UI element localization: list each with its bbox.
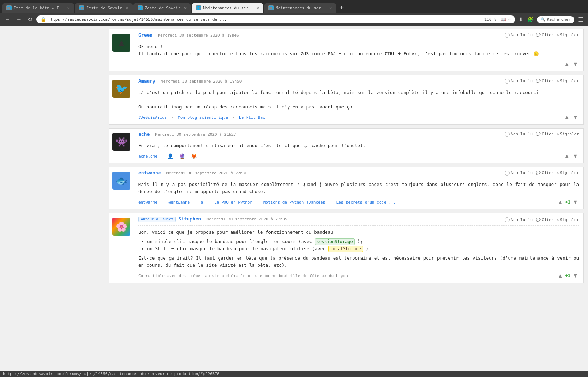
tab-5-favicon: 🌐 [268,5,274,10]
zoom-level: 110 % [482,17,498,22]
link-at-entwanne[interactable]: @entwanne [169,200,190,205]
non-lu-separator-5: lu [528,218,533,222]
post-entwanne-author[interactable]: entwanne [138,170,161,176]
tab-2-close[interactable]: ✕ [125,5,128,10]
tab-1[interactable]: 🌐 État de la bêta • Forum • Ze... ✕ [2,3,74,13]
link-entwanne[interactable]: entwanne [138,200,157,205]
post-green-author[interactable]: Green [138,32,152,38]
post-entwanne-body: entwanne Mercredi 30 septembre 2020 à 22… [134,167,583,209]
browser-chrome: 🌐 État de la bêta • Forum • Ze... ✕ 🌐 Ze… [0,0,588,26]
non-lu-separator-3: lu [528,132,533,136]
reader-icon[interactable]: 📖 [501,17,506,22]
post-green: ♟ Green Mercredi 30 septembre 2020 à 19h… [109,29,584,71]
post-situphen: 🌸 Auteur du sujet Situphen Mercredi 30 s… [109,213,584,283]
back-button[interactable]: ← [3,15,12,23]
new-tab-button[interactable]: + [337,2,346,13]
post-green-signaler[interactable]: ⚠ Signaler [556,33,579,37]
post-ache-votes: ▲ ▼ [563,152,579,160]
reload-button[interactable]: ↻ [26,15,34,24]
post-entwanne-signaler[interactable]: ⚠ Signaler [556,171,579,175]
nav-actions: ⬇ 🧩 [517,16,535,23]
post-amaury-upvote[interactable]: ▲ [563,113,570,121]
link-acheone[interactable]: ache.one [138,154,157,159]
forward-button[interactable]: → [14,15,24,23]
tab-4-close[interactable]: ✕ [257,5,259,10]
link-blog[interactable]: Mon blog scientifique [178,115,228,120]
extensions-button[interactable]: 🧩 [526,16,535,23]
post-amaury-header: Amaury Mercredi 30 septembre 2020 à 19h5… [138,78,579,86]
downloads-button[interactable]: ⬇ [517,16,524,23]
main-content: ♟ Green Mercredi 30 septembre 2020 à 19h… [0,26,588,374]
post-ache-cite[interactable]: 💬 Citer [536,132,553,136]
situphen-para1: Bon, voici ce que je propose pour amélio… [138,229,339,235]
post-ache-signaler[interactable]: ⚠ Signaler [556,132,579,136]
post-entwanne-actions: Non lu lu 💬 Citer ⚠ Signaler [505,171,579,176]
link-a[interactable]: a [201,200,203,205]
post-amaury-author[interactable]: Amaury [138,78,155,84]
post-amaury-signaler[interactable]: ⚠ Signaler [556,79,579,83]
post-situphen-author-line: Auteur du sujet Situphen Mercredi 30 sep… [138,216,288,223]
post-situphen-cite[interactable]: 💬 Citer [536,218,553,222]
post-situphen-upvote[interactable]: ▲ [557,272,564,280]
lock-icon: 🔒 [41,17,46,22]
forum-area: ♟ Green Mercredi 30 septembre 2020 à 19h… [104,26,588,374]
post-ache: 👾 ache Mercredi 30 septembre 2020 à 21h2… [109,128,584,163]
post-situphen-header: Auteur du sujet Situphen Mercredi 30 sep… [138,216,579,226]
post-ache-author[interactable]: ache [138,131,150,137]
tab-3[interactable]: 🌐 Zeste de Savoir ✕ [133,3,191,13]
post-green-downvote[interactable]: ▼ [572,60,579,68]
post-entwanne-cite[interactable]: 💬 Citer [536,171,553,175]
dash-4: — [257,200,259,205]
tab-5-close[interactable]: ✕ [329,5,332,10]
link-ptitbac[interactable]: Le Ptit Bac [239,115,265,120]
tab-3-close[interactable]: ✕ [184,5,187,10]
non-lu-circle [505,33,510,38]
post-entwanne-votes: ▲ +1 ▼ [557,198,579,206]
post-entwanne-downvote[interactable]: ▼ [572,198,579,206]
post-ache-downvote[interactable]: ▼ [572,152,579,160]
post-situphen-author[interactable]: Situphen [179,216,201,222]
tab-4[interactable]: 🌐 Maintenances du serveur d... ✕ [192,3,263,13]
post-situphen-signaler[interactable]: ⚠ Signaler [556,218,579,222]
url-bar[interactable]: 🔒 https://zestedesavoir.com/forums/sujet… [36,15,515,23]
post-situphen-links: Corruptible avec des crêpes au sirop d'é… [138,274,348,278]
link-notions-python[interactable]: Notions de Python avancées [263,200,325,205]
tab-5[interactable]: 🌐 Maintenances du serveur d... ✕ [264,3,336,13]
tab-1-close[interactable]: ✕ [67,5,70,10]
bookmark-icon[interactable]: ☆ [508,17,511,22]
post-situphen-avatar-area: 🌸 [109,213,134,283]
post-entwanne-upvote[interactable]: ▲ [557,198,564,206]
post-ache-actions: Non lu lu 💬 Citer ⚠ Signaler [505,132,579,137]
post-situphen-downvote[interactable]: ▼ [572,272,579,280]
menu-button[interactable]: ☰ [576,15,585,24]
non-lu-circle-5 [505,217,510,222]
status-bar: https://zestedesavoir.com/forums/sujet/1… [0,371,588,374]
post-amaury-body: Amaury Mercredi 30 septembre 2020 à 19h5… [134,75,583,124]
code-sessionstorage: sessionStorage [315,238,355,245]
post-green-cite[interactable]: 💬 Citer [536,33,553,37]
tab-3-favicon: 🌐 [138,5,143,10]
post-ache-upvote[interactable]: ▲ [563,152,570,160]
post-situphen-actions: Non lu lu 💬 Citer ⚠ Signaler [505,217,579,222]
post-green-header: Green Mercredi 30 septembre 2020 à 19h46… [138,32,579,40]
link-jesuisarius[interactable]: #JeSuisArius [138,115,167,120]
avatar-ache: 👾 [112,133,130,151]
non-lu-circle-3 [505,132,510,137]
dot-separator-2: · [232,115,235,120]
tab-3-label: Zeste de Savoir [145,6,180,10]
dash-3: — [207,200,210,205]
link-secrets-code[interactable]: Les secrets d'un code ... [336,200,396,205]
avatar-entwanne: 🐟 [112,172,130,190]
link-poo-python[interactable]: La POO en Python [214,200,252,205]
avatar-green: ♟ [112,34,130,52]
post-ache-date: Mercredi 30 septembre 2020 à 21h27 [155,132,236,137]
post-amaury-cite[interactable]: 💬 Citer [536,79,553,83]
tab-2[interactable]: 🌐 Zeste de Savoir ✕ [75,3,133,13]
signaler-icon-5: ⚠ [556,218,559,222]
avatar-amaury: 🐦 [112,80,130,98]
post-situphen-footer: Corruptible avec des crêpes au sirop d'é… [138,272,579,280]
post-green-upvote[interactable]: ▲ [563,60,570,68]
situphen-para2: Est-ce que ça irait? Il faut garder en t… [138,255,579,268]
search-bar[interactable]: 🔍 Rechercher [537,16,574,23]
post-amaury-downvote[interactable]: ▼ [572,113,579,121]
